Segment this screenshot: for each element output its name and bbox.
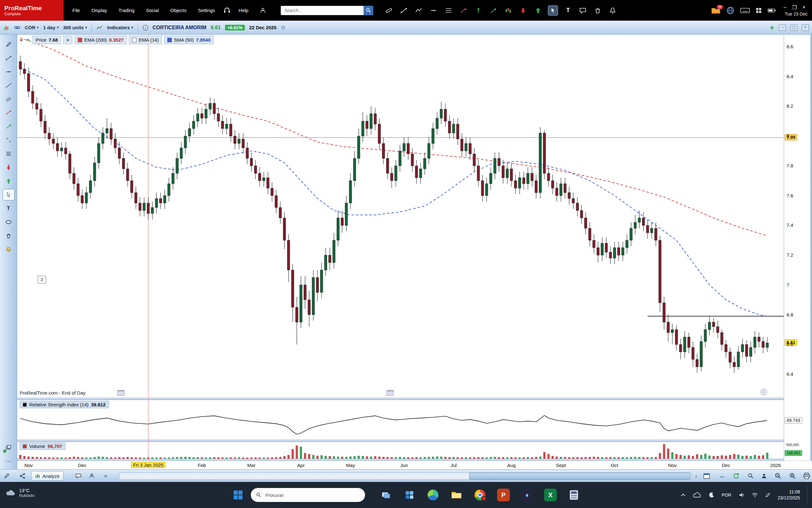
- globe-icon[interactable]: [726, 6, 734, 14]
- chat-icon[interactable]: [74, 471, 83, 481]
- sell-arrow-tool-icon[interactable]: [3, 162, 14, 173]
- powerpoint-icon[interactable]: P: [497, 489, 510, 501]
- mini-chart-icon[interactable]: [3, 25, 9, 31]
- date-axis[interactable]: NovDecFri 3 Jan 2025FebMarAprMayJunJulAu…: [17, 461, 812, 470]
- indicators-dropdown[interactable]: Indicators▾: [107, 25, 133, 30]
- volume-header[interactable]: Volume 56,707: [20, 442, 65, 450]
- horizontal-line-tool-icon[interactable]: [3, 67, 14, 77]
- rsi-header[interactable]: Relative Strength Index (14) 39.812: [20, 401, 109, 408]
- trend-channel-tool-icon[interactable]: [3, 108, 14, 118]
- horizontal-line-icon[interactable]: [429, 6, 438, 15]
- draw-mode-icon[interactable]: [2, 471, 11, 481]
- green-trend-arrow-icon[interactable]: [488, 6, 498, 15]
- apps-grid-icon[interactable]: [756, 7, 762, 14]
- volume-icon[interactable]: [738, 492, 745, 498]
- collapse-down-icon[interactable]: [19, 38, 23, 42]
- pen-icon[interactable]: [765, 492, 771, 498]
- text-icon[interactable]: T: [563, 6, 573, 15]
- screenshot-icon[interactable]: [117, 390, 125, 396]
- excel-icon[interactable]: X: [544, 489, 557, 501]
- fibonacci-icon[interactable]: [444, 6, 453, 15]
- calendar-icon[interactable]: [702, 471, 711, 481]
- screener-icon[interactable]: [746, 471, 756, 481]
- green-up-arrow-icon[interactable]: [474, 6, 483, 15]
- pattern-icon[interactable]: [504, 6, 513, 15]
- parallel-lines-tool-icon[interactable]: [3, 94, 14, 104]
- taskbar-clock[interactable]: 11:09 23/12/2025: [778, 489, 800, 501]
- file-explorer-icon[interactable]: [450, 489, 463, 501]
- minimize-icon[interactable]: –: [781, 4, 789, 10]
- menu-settings[interactable]: Settings: [195, 6, 218, 15]
- sma50-legend[interactable]: SMA (50) 7.8540: [164, 36, 213, 44]
- scroll-end-icon[interactable]: ›: [691, 471, 701, 481]
- task-view-icon[interactable]: [380, 489, 392, 501]
- note-marker[interactable]: 2: [38, 276, 46, 283]
- show-desktop-button[interactable]: [807, 485, 809, 505]
- units-dropdown[interactable]: 300 units▾: [63, 25, 87, 30]
- ema200-legend[interactable]: EMA (200) 8.3527: [75, 36, 127, 44]
- menu-display[interactable]: Display: [88, 6, 110, 15]
- keyboard-icon[interactable]: [740, 7, 750, 14]
- moon-icon[interactable]: [709, 492, 715, 498]
- panel-info-icon[interactable]: i: [761, 389, 767, 395]
- legend-menu[interactable]: ≡: [63, 36, 72, 44]
- pointer-icon[interactable]: [548, 6, 558, 15]
- start-button[interactable]: [232, 489, 244, 501]
- maximize-icon[interactable]: ❒: [791, 4, 798, 10]
- search-input[interactable]: [281, 6, 364, 15]
- contacts-icon[interactable]: [87, 471, 96, 481]
- indicator-list-icon[interactable]: [3, 149, 14, 159]
- media-app-icon[interactable]: ♦: [521, 489, 533, 501]
- pencil-tool-icon[interactable]: [3, 39, 14, 50]
- zoom-in-icon[interactable]: [788, 471, 797, 481]
- polyline-icon[interactable]: [414, 6, 424, 15]
- maximize-panel-icon[interactable]: ▢: [791, 25, 797, 31]
- widgets-icon[interactable]: [403, 489, 416, 501]
- ema14-legend[interactable]: EMA (14): [129, 36, 162, 44]
- more-tools-icon[interactable]: ⋯: [3, 456, 14, 467]
- segment-tool-icon[interactable]: [3, 53, 14, 64]
- small-arrows-tool-icon[interactable]: [3, 135, 14, 145]
- flash-icon[interactable]: [769, 25, 774, 31]
- chrome-icon[interactable]: [474, 489, 486, 501]
- close-icon[interactable]: ×: [801, 4, 808, 10]
- buy-arrow-tool-icon[interactable]: [3, 176, 14, 186]
- text-tool-icon[interactable]: T: [3, 203, 14, 214]
- print-icon[interactable]: [802, 471, 811, 481]
- onedrive-icon[interactable]: [692, 492, 702, 498]
- menu-social[interactable]: Social: [143, 6, 162, 15]
- extended-line-tool-icon[interactable]: [3, 80, 14, 91]
- share-icon[interactable]: [18, 471, 27, 481]
- trash-tool-icon[interactable]: [3, 230, 14, 241]
- menu-objects[interactable]: Objects: [167, 6, 190, 15]
- network-icon[interactable]: [752, 492, 758, 498]
- growth-arrow-tool-icon[interactable]: [3, 121, 14, 132]
- trader-icon[interactable]: [759, 471, 769, 481]
- chart-scrollbar[interactable]: [119, 472, 691, 480]
- compare-icon[interactable]: ↔: [717, 471, 727, 481]
- chart-canvas[interactable]: [17, 35, 784, 469]
- refresh-icon[interactable]: [731, 471, 741, 481]
- comment-icon[interactable]: [578, 6, 587, 15]
- menu-file[interactable]: File: [69, 6, 83, 15]
- analyze-tab[interactable]: Analyze: [31, 471, 63, 481]
- screenshot-icon[interactable]: [387, 390, 394, 396]
- search-button[interactable]: [364, 6, 373, 15]
- segment-icon[interactable]: [399, 6, 409, 15]
- alert-bell-icon[interactable]: [608, 6, 617, 15]
- edge-icon[interactable]: [427, 489, 439, 501]
- calculator-icon[interactable]: [568, 489, 580, 501]
- close-panel-icon[interactable]: ×: [802, 25, 809, 31]
- menu-help[interactable]: Help: [236, 6, 252, 15]
- layers-icon[interactable]: [3, 442, 14, 453]
- price-axis[interactable]: 7.99 6.61 49.743 500,000 188,861 8.68.48…: [784, 35, 810, 461]
- info-icon[interactable]: i: [143, 25, 148, 31]
- trash-icon[interactable]: [593, 6, 603, 15]
- buy-arrow-icon[interactable]: [533, 6, 543, 15]
- link-charts-icon[interactable]: [14, 25, 20, 31]
- zoom-out-icon[interactable]: [773, 471, 783, 481]
- pointer-tool-icon[interactable]: [3, 189, 14, 200]
- ellipse-tool-icon[interactable]: [3, 217, 14, 227]
- record-icon[interactable]: ⊙: [281, 24, 285, 31]
- symbol-dropdown[interactable]: COR▾: [25, 25, 39, 30]
